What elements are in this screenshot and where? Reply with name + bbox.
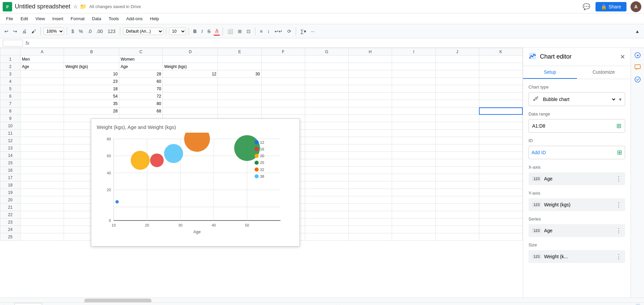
cell-r17-c11[interactable] [479,174,522,181]
cell-r25-c9[interactable] [392,233,436,241]
side-icon-check[interactable] [633,75,642,84]
cell-r6-c4[interactable] [163,93,218,100]
cell-r22-c1[interactable] [21,211,64,218]
avatar[interactable]: A [631,1,641,12]
cell-r3-c9[interactable] [392,70,436,78]
cell-r20-c10[interactable] [436,196,479,204]
cell-r1-c11[interactable] [479,56,522,63]
cell-r10-c7[interactable] [305,122,348,130]
cell-r10-c10[interactable] [436,122,479,130]
cell-r1-c3[interactable]: Women [119,56,163,63]
cell-r21-c1[interactable] [21,204,64,211]
italic-button[interactable]: I [200,27,204,35]
cell-r5-c2[interactable]: 18 [64,85,119,93]
menu-addons[interactable]: Add-ons [123,15,146,23]
cell-reference-input[interactable] [3,40,23,46]
side-icon-explore[interactable]: ★ [633,50,642,60]
sheet-tab-sheet1[interactable]: Sheet1 ▾ [14,303,42,305]
cell-r8-c3[interactable]: 68 [119,107,163,115]
cell-r12-c7[interactable] [305,137,348,144]
cell-r19-c8[interactable] [349,189,392,196]
add-id-button[interactable]: Add ID ⊞ [528,146,625,159]
font-select[interactable]: Default (Ari...) [123,28,163,35]
cell-r4-c1[interactable] [21,78,64,85]
col-header-h[interactable]: H [349,48,392,56]
tab-customize[interactable]: Customize [577,66,631,79]
chart-type-select[interactable]: Bubble chart ▾ [528,92,625,106]
cell-r3-c10[interactable] [436,70,479,78]
cell-r16-c8[interactable] [349,167,392,174]
cell-r9-c1[interactable] [21,115,64,122]
cell-r3-c1[interactable] [21,70,64,78]
print-button[interactable]: 🖨 [20,27,28,35]
col-header-c[interactable]: C [119,48,163,56]
chart-overlay[interactable]: Weight (kgs), Age and Weight (kgs) 80 60… [91,118,300,246]
more-button[interactable]: ··· [309,27,317,35]
cell-r14-c1[interactable] [21,152,64,159]
cell-r7-c5[interactable] [218,100,261,107]
series-more-button[interactable]: ⋮ [616,227,622,234]
star-icon[interactable]: ☆ [73,3,78,10]
v-align-button[interactable]: ↕ [266,27,271,35]
cell-r21-c7[interactable] [305,204,348,211]
cell-r23-c7[interactable] [305,218,348,226]
cell-r4-c7[interactable] [305,78,348,85]
bold-button[interactable]: B [192,27,198,35]
cell-r14-c11[interactable] [479,152,522,159]
cell-r19-c1[interactable] [21,189,64,196]
data-range-field[interactable]: ⊞ [528,119,625,133]
cell-r9-c7[interactable] [305,115,348,122]
cell-r1-c9[interactable] [392,56,436,63]
cell-r6-c9[interactable] [392,93,436,100]
cell-r14-c8[interactable] [349,152,392,159]
cell-r10-c1[interactable] [21,122,64,130]
menu-format[interactable]: Format [67,15,88,23]
cell-r7-c6[interactable] [261,100,305,107]
wrap-button[interactable]: ↩↵ [273,27,284,35]
cell-r5-c11[interactable] [479,85,522,93]
cell-r9-c8[interactable] [349,115,392,122]
cell-r22-c7[interactable] [305,211,348,218]
cell-r5-c7[interactable] [305,85,348,93]
cell-r15-c10[interactable] [436,159,479,167]
cell-r6-c11[interactable] [479,93,522,100]
cell-r7-c4[interactable] [163,100,218,107]
cell-r16-c1[interactable] [21,167,64,174]
cell-r1-c10[interactable] [436,56,479,63]
menu-help[interactable]: Help [147,15,162,23]
cell-r20-c8[interactable] [349,196,392,204]
horizontal-scrollbar[interactable] [0,298,644,302]
cell-r7-c10[interactable] [436,100,479,107]
cell-r8-c10[interactable] [436,107,479,115]
cell-r2-c11[interactable] [479,63,522,70]
cell-r12-c9[interactable] [392,137,436,144]
cell-r8-c8[interactable] [349,107,392,115]
cell-r4-c6[interactable] [261,78,305,85]
cell-r18-c7[interactable] [305,181,348,189]
cell-r11-c1[interactable] [21,130,64,137]
cell-r6-c3[interactable]: 72 [119,93,163,100]
cell-r18-c8[interactable] [349,181,392,189]
cell-r2-c3[interactable]: Age [119,63,163,70]
cell-r7-c1[interactable] [21,100,64,107]
cell-r15-c11[interactable] [479,159,522,167]
cell-r4-c3[interactable]: 60 [119,78,163,85]
select-range-icon[interactable]: ⊞ [616,122,621,130]
cell-r5-c9[interactable] [392,85,436,93]
cell-r2-c1[interactable]: Age [21,63,64,70]
cell-r5-c1[interactable] [21,85,64,93]
cell-r18-c9[interactable] [392,181,436,189]
cell-r13-c10[interactable] [436,144,479,152]
cell-r17-c1[interactable] [21,174,64,181]
h-align-button[interactable]: ≡ [258,27,264,35]
cell-r3-c8[interactable] [349,70,392,78]
cell-r3-c7[interactable] [305,70,348,78]
redo-button[interactable]: ↪ [11,27,19,35]
cell-r12-c10[interactable] [436,137,479,144]
file-title[interactable]: Untitled spreadsheet [15,3,70,10]
cell-r4-c8[interactable] [349,78,392,85]
cell-r7-c7[interactable] [305,100,348,107]
cell-r8-c5[interactable] [218,107,261,115]
cell-r17-c9[interactable] [392,174,436,181]
cell-r6-c1[interactable] [21,93,64,100]
